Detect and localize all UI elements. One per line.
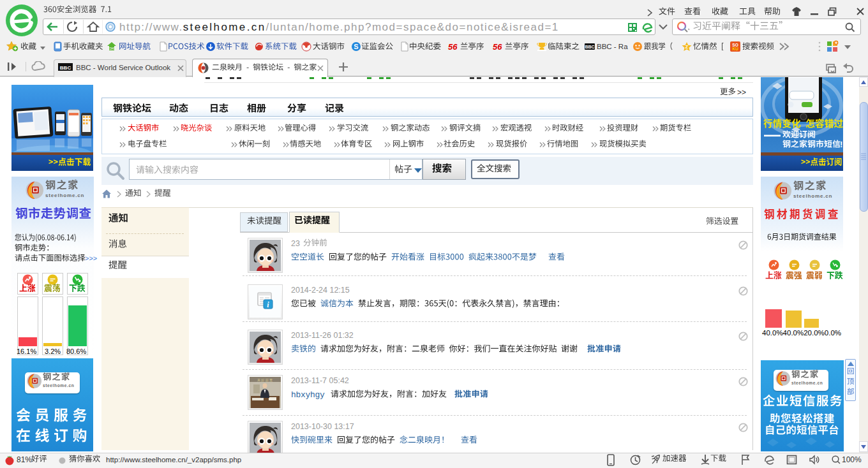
svg-text:美 好 前 景: 美 好 前 景: [257, 378, 273, 383]
svg-text:S: S: [354, 43, 358, 50]
svg-text:BBC: BBC: [585, 45, 594, 49]
svg-text:Z: Z: [685, 45, 689, 49]
svg-text:KU: KU: [732, 47, 738, 51]
svg-text:BBC: BBC: [60, 65, 71, 71]
svg-text:2345: 2345: [108, 47, 116, 50]
